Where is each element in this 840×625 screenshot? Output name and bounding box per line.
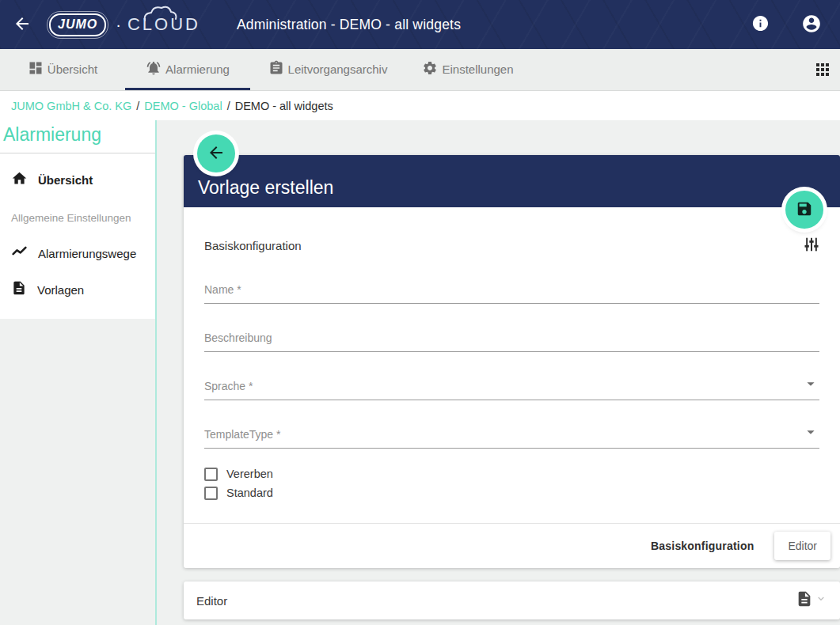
- main-tab-bar: Übersicht Alarmierung Leitvorgangsarchiv…: [0, 49, 840, 91]
- app-window: JUMO · CLOUD Administration - DEMO - all…: [0, 0, 840, 625]
- tab-uebersicht[interactable]: Übersicht: [0, 49, 125, 90]
- arrow-left-icon: [207, 143, 226, 165]
- cloud-logo-text: CLOUD: [127, 14, 200, 35]
- sidebar-divider: [0, 153, 155, 153]
- info-icon: [751, 14, 770, 35]
- editor-card-title: Editor: [196, 594, 227, 608]
- tune-button[interactable]: [804, 236, 819, 256]
- chevron-down-icon: [815, 593, 827, 608]
- sprache-field: [204, 377, 819, 400]
- arrow-left-icon: [13, 14, 32, 36]
- editor-document-icon: [796, 590, 813, 611]
- jumo-cloud-logo: JUMO · CLOUD: [49, 13, 200, 36]
- clipboard-icon: [268, 60, 284, 78]
- home-icon: [11, 170, 28, 190]
- breadcrumb-link-demo-global[interactable]: DEMO - Global: [144, 100, 222, 112]
- jumo-logo-text: JUMO: [58, 17, 97, 31]
- back-button[interactable]: [13, 14, 32, 36]
- tab-label: Leitvorgangsarchiv: [288, 62, 388, 76]
- bell-icon: [146, 60, 162, 78]
- logo-separator: ·: [116, 16, 121, 34]
- apps-grid-icon: [813, 60, 832, 81]
- sidebar-item-vorlagen[interactable]: Vorlagen: [0, 271, 155, 308]
- name-input[interactable]: [204, 280, 819, 304]
- sidebar-section-label: Allgemeine Einstellungen: [0, 198, 155, 235]
- name-field: [204, 280, 819, 304]
- checkbox-box[interactable]: [204, 468, 218, 481]
- jumo-logo-pill: JUMO: [49, 13, 106, 36]
- save-fab-button[interactable]: [785, 191, 823, 229]
- form-card-footer: Basiskonfiguration Editor: [184, 523, 840, 568]
- templatetype-select[interactable]: [204, 425, 819, 449]
- page-content: JUMO GmbH & Co. KG / DEMO - Global / DEM…: [0, 91, 840, 625]
- breadcrumb-separator: /: [227, 100, 230, 112]
- account-button[interactable]: [801, 13, 822, 36]
- form-card-title: Vorlage erstellen: [198, 177, 333, 199]
- chart-line-icon: [11, 244, 28, 263]
- beschreibung-field: [204, 328, 819, 352]
- sidebar: Alarmierung Übersicht Allgemeine Einstel…: [0, 120, 155, 319]
- vertical-divider: [155, 120, 157, 625]
- breadcrumb-separator: /: [136, 100, 139, 112]
- templatetype-field: [204, 425, 819, 449]
- tab-label: Einstellungen: [442, 62, 513, 76]
- section-title: Basiskonfiguration: [204, 239, 302, 252]
- breadcrumb: JUMO GmbH & Co. KG / DEMO - Global / DEM…: [0, 91, 840, 120]
- breadcrumb-current: DEMO - all widgets: [235, 100, 333, 112]
- gear-icon: [422, 60, 438, 78]
- sidebar-item-alarmierungswege[interactable]: Alarmierungswege: [0, 235, 155, 271]
- dashboard-icon: [28, 60, 44, 78]
- sidebar-item-label: Übersicht: [38, 173, 93, 187]
- sidebar-item-label: Vorlagen: [37, 283, 84, 297]
- checkbox-box[interactable]: [204, 487, 218, 500]
- sidebar-item-label: Alarmierungswege: [38, 247, 136, 260]
- form-card-header: Vorlage erstellen: [184, 155, 840, 207]
- tab-einstellungen[interactable]: Einstellungen: [405, 49, 530, 90]
- checkbox-label: Vererben: [226, 468, 273, 480]
- tab-label: Übersicht: [48, 62, 97, 76]
- account-icon: [801, 13, 822, 36]
- breadcrumb-link-company[interactable]: JUMO GmbH & Co. KG: [11, 100, 131, 112]
- tune-sliders-icon: [804, 236, 819, 256]
- back-fab-button[interactable]: [197, 134, 235, 172]
- tab-label: Alarmierung: [165, 62, 230, 76]
- main-panel: Vorlage erstellen Basiskonfiguration: [184, 155, 840, 619]
- save-icon: [796, 200, 813, 220]
- top-app-bar: JUMO · CLOUD Administration - DEMO - all…: [0, 0, 840, 49]
- editor-button[interactable]: Editor: [774, 532, 830, 560]
- checkbox-standard[interactable]: Standard: [204, 483, 819, 502]
- sidebar-item-uebersicht[interactable]: Übersicht: [0, 161, 155, 198]
- basiskonfiguration-button[interactable]: Basiskonfiguration: [651, 540, 754, 552]
- checkbox-label: Standard: [226, 487, 273, 499]
- editor-card[interactable]: Editor: [184, 581, 840, 619]
- sidebar-title: Alarmierung: [0, 120, 155, 153]
- tab-leitvorgangsarchiv[interactable]: Leitvorgangsarchiv: [250, 49, 405, 90]
- checkbox-vererben[interactable]: Vererben: [204, 464, 819, 483]
- sprache-select[interactable]: [204, 377, 819, 400]
- form-card-body: Basiskonfiguration: [184, 207, 840, 502]
- page-title: Administration - DEMO - all widgets: [237, 17, 461, 33]
- cloud-icon: [140, 3, 196, 24]
- form-card: Vorlage erstellen Basiskonfiguration: [184, 155, 840, 568]
- beschreibung-input[interactable]: [204, 328, 819, 352]
- tab-alarmierung[interactable]: Alarmierung: [125, 49, 250, 90]
- document-icon: [11, 280, 27, 299]
- apps-grid-button[interactable]: [813, 60, 832, 81]
- info-button[interactable]: [751, 14, 770, 35]
